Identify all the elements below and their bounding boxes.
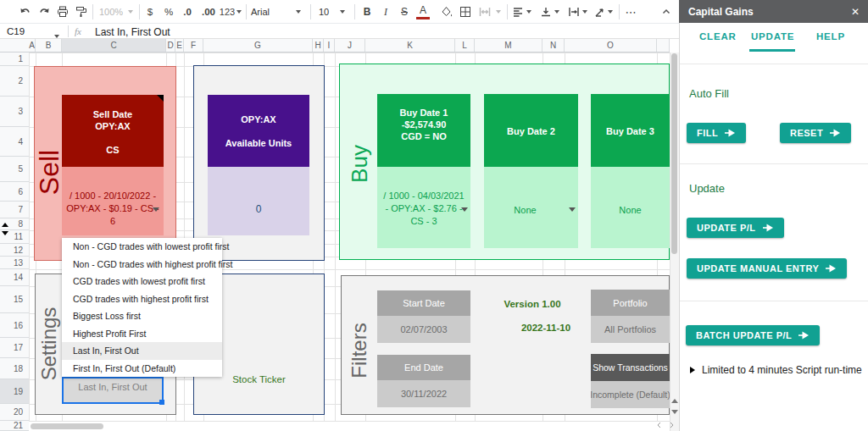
row-header-16[interactable]: 16 [0,313,29,338]
more-button[interactable]: ⋯ [624,0,637,24]
more-formats-button[interactable]: 123 [219,0,236,24]
buy-trade-2-caret-icon[interactable] [569,207,576,212]
sort-menu-item[interactable]: Highest Profit First [62,325,222,343]
row-header-13[interactable]: 13 [0,257,29,269]
row-header-7[interactable]: 7 [0,202,29,218]
show-hidden-rows-up-icon[interactable] [2,223,8,227]
available-units-value[interactable]: 0 [208,167,309,235]
buy-trade-1-dropdown[interactable]: / 1000 - 04/03/2021 - OPY:AX - $2.76 - C… [377,167,470,248]
sort-menu-item[interactable]: First In, First Out (Default) [62,360,222,378]
portfolio-button[interactable]: Portfolio [591,290,670,316]
font-select[interactable]: Arial [251,0,285,24]
row-header-2[interactable]: 2 [0,66,29,97]
show-transactions-button[interactable]: Show Transactions [591,354,670,381]
sell-header-cell[interactable]: Sell Date OPY:AX CS [62,95,164,167]
column-header-K[interactable]: K [365,39,455,52]
paint-format-icon[interactable] [75,0,88,24]
tab-clear[interactable]: CLEAR [699,31,737,45]
horizontal-align-icon[interactable] [511,0,525,24]
scroll-up-icon[interactable] [671,399,678,403]
merge-cells-icon[interactable] [478,0,492,24]
row-header-3[interactable]: 3 [0,97,29,127]
row-header-21[interactable]: 21 [0,421,29,431]
row-header-17[interactable]: 17 [0,338,29,358]
sort-menu-item[interactable]: Biggest Loss first [62,307,222,325]
print-icon[interactable] [56,0,70,24]
expand-note-icon[interactable] [690,367,695,373]
tab-update[interactable]: UPDATE [751,31,794,45]
update-pl-button[interactable]: UPDATE P/L [687,218,784,238]
sidebar-close-icon[interactable]: ✕ [848,4,863,19]
batch-update-pl-button[interactable]: BATCH UPDATE P/L [686,325,820,345]
column-header-partial[interactable] [657,39,670,52]
column-header-O[interactable]: O [565,39,657,52]
row-header-14[interactable]: 14 [0,269,29,286]
borders-icon[interactable] [459,0,472,24]
collapse-toolbar-icon[interactable] [659,0,673,24]
sort-menu-item[interactable]: Non - CGD trades with highest profit fir… [62,256,222,274]
fill-button[interactable]: FILL [687,123,746,143]
redo-icon[interactable] [37,0,51,24]
available-units-header-cell[interactable]: OPY:AX Available Units [208,95,309,167]
decrease-decimals-button[interactable]: .0 [181,0,194,24]
sell-dropdown-caret-icon[interactable] [153,207,159,212]
font-size-select[interactable]: 10 [315,0,332,24]
column-header-C[interactable]: C [62,39,166,52]
sort-menu-item[interactable]: CGD trades with highest profit first [62,290,222,308]
buy-date-2-header-cell[interactable]: Buy Date 2 [484,94,578,167]
row-header-5[interactable]: 5 [0,157,29,182]
sort-order-cell[interactable]: Last In, First Out [62,377,164,404]
column-header-M[interactable]: M [475,39,542,52]
italic-button[interactable]: I [379,0,392,24]
update-manual-entry-button[interactable]: UPDATE MANUAL ENTRY [687,258,847,279]
text-rotation-icon[interactable] [593,0,607,24]
row-header-20[interactable]: 20 [0,404,29,421]
row-header-4[interactable]: 4 [0,127,29,157]
format-currency-button[interactable]: $ [144,0,156,24]
column-header-D[interactable]: D [166,39,175,52]
column-header-N[interactable]: N [542,39,565,52]
column-header-I[interactable]: I [324,39,335,52]
formula-bar-value[interactable]: Last In, First Out [95,26,170,38]
column-header-J[interactable]: J [335,39,365,52]
column-header-L[interactable]: L [455,39,475,52]
horizontal-scrollbar-thumb[interactable] [31,423,103,429]
row-header-19[interactable]: 19 [0,379,29,404]
buy-date-1-header-cell[interactable]: Buy Date 1 -$2,574.90 CGD = NO [377,94,470,167]
text-color-button[interactable]: A [416,3,430,19]
vertical-scrollbar-thumb[interactable] [671,53,677,254]
column-header-H[interactable]: H [313,39,324,52]
buy-date-3-header-cell[interactable]: Buy Date 3 [591,94,670,167]
scroll-right-icon[interactable] [668,422,675,428]
column-header-B[interactable]: B [36,39,62,52]
end-date-button[interactable]: End Date [377,355,470,380]
tab-help[interactable]: HELP [816,31,845,45]
sort-menu-item[interactable]: CGD trades with lowest profit first [62,273,222,290]
vertical-align-icon[interactable] [539,0,553,24]
undo-icon[interactable] [19,0,32,24]
scroll-down-icon[interactable] [671,410,678,414]
column-header-G[interactable]: G [203,39,313,52]
column-header-E[interactable]: E [175,39,184,52]
buy-trade-3-dropdown[interactable]: None [591,167,670,248]
increase-decimals-button[interactable]: .00 [200,0,217,24]
name-box[interactable]: C19 [7,26,25,36]
bold-button[interactable]: B [360,0,374,24]
row-header-1[interactable]: 1 [0,52,29,66]
row-header-6[interactable]: 6 [0,182,29,202]
start-date-button[interactable]: Start Date [377,290,470,316]
row-header-18[interactable]: 18 [0,358,29,379]
buy-trade-1-caret-icon[interactable] [461,207,468,212]
column-header-A[interactable]: A [29,39,36,52]
reset-button[interactable]: RESET [780,123,851,143]
fill-color-icon[interactable] [440,0,453,24]
sell-trade-dropdown[interactable]: / 1000 - 20/10/2022 - OPY:AX - $0.19 - C… [62,167,164,235]
buy-trade-2-dropdown[interactable]: None [484,167,578,248]
format-percent-button[interactable]: % [163,0,175,24]
column-header-F[interactable]: F [184,39,203,52]
sort-menu-item[interactable]: Non - CGD trades with lowest profit firs… [62,238,222,256]
selection-fill-handle[interactable] [159,400,164,405]
scroll-left-icon[interactable] [656,422,663,428]
text-wrap-icon[interactable] [567,0,581,24]
show-hidden-rows-down-icon[interactable] [2,231,8,235]
